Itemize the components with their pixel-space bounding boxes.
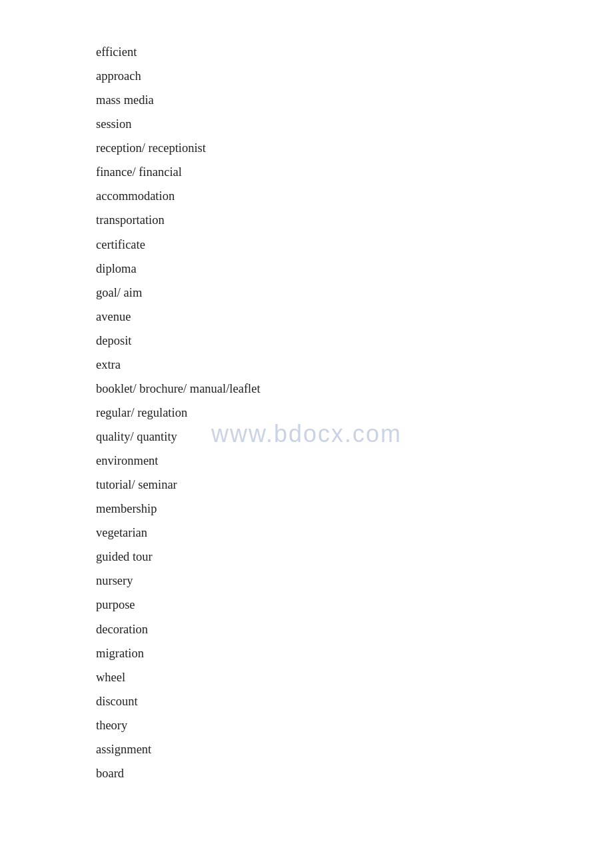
- word-item-assignment: assignment: [96, 737, 613, 761]
- word-item-regular-regulation: regular/ regulation: [96, 401, 613, 425]
- word-item-nursery: nursery: [96, 569, 613, 593]
- word-item-session: session: [96, 112, 613, 136]
- word-item-finance-financial: finance/ financial: [96, 160, 613, 184]
- word-item-decoration: decoration: [96, 617, 613, 641]
- word-item-avenue: avenue: [96, 305, 613, 329]
- word-item-environment: environment: [96, 449, 613, 473]
- word-item-purpose: purpose: [96, 593, 613, 617]
- word-item-quality-quantity: quality/ quantity: [96, 425, 613, 449]
- word-item-deposit: deposit: [96, 329, 613, 353]
- word-item-mass-media: mass media: [96, 88, 613, 112]
- word-item-approach: approach: [96, 64, 613, 88]
- word-item-efficient: efficient: [96, 40, 613, 64]
- word-item-goal-aim: goal/ aim: [96, 281, 613, 305]
- word-item-booklet-brochure: booklet/ brochure/ manual/leaflet: [96, 377, 613, 401]
- word-item-accommodation: accommodation: [96, 184, 613, 208]
- word-item-guided-tour: guided tour: [96, 545, 613, 569]
- word-item-reception-receptionist: reception/ receptionist: [96, 136, 613, 160]
- word-item-diploma: diploma: [96, 257, 613, 281]
- word-item-transportation: transportation: [96, 208, 613, 232]
- word-item-vegetarian: vegetarian: [96, 521, 613, 545]
- word-item-membership: membership: [96, 497, 613, 521]
- word-item-migration: migration: [96, 641, 613, 665]
- word-list: efficientapproachmass mediasessionrecept…: [0, 0, 613, 825]
- word-item-board: board: [96, 761, 613, 785]
- word-item-wheel: wheel: [96, 665, 613, 689]
- word-item-certificate: certificate: [96, 233, 613, 257]
- word-item-theory: theory: [96, 713, 613, 737]
- word-item-extra: extra: [96, 353, 613, 377]
- word-item-discount: discount: [96, 689, 613, 713]
- word-item-tutorial-seminar: tutorial/ seminar: [96, 473, 613, 497]
